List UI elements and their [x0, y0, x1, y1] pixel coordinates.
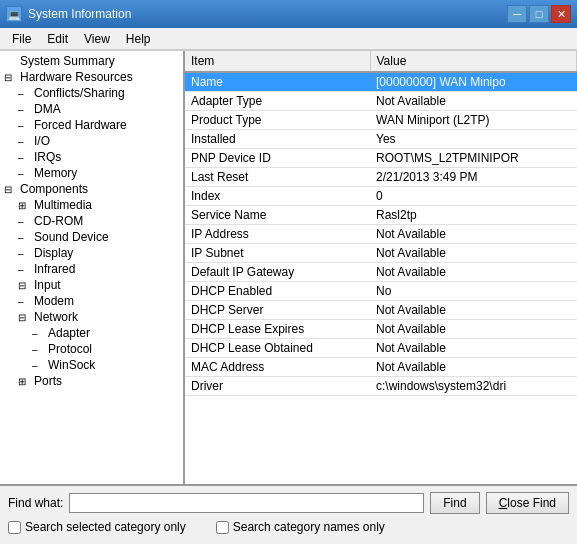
- find-row1: Find what: Find Close Find: [8, 492, 569, 514]
- cell-value: Not Available: [370, 92, 577, 111]
- tree-item-dma[interactable]: –DMA: [0, 101, 183, 117]
- cell-item: Index: [185, 187, 370, 206]
- tree-item-memory[interactable]: –Memory: [0, 165, 183, 181]
- tree-icon-adapter: –: [32, 328, 46, 339]
- tree-item-sound-device[interactable]: –Sound Device: [0, 229, 183, 245]
- tree-item-winsock[interactable]: –WinSock: [0, 357, 183, 373]
- tree-icon-irqs: –: [18, 152, 32, 163]
- table-row[interactable]: DHCP EnabledNo: [185, 282, 577, 301]
- search-selected-category-label[interactable]: Search selected category only: [8, 520, 186, 534]
- cell-item: IP Subnet: [185, 244, 370, 263]
- cell-item: Default IP Gateway: [185, 263, 370, 282]
- tree-label-input: Input: [34, 278, 61, 292]
- table-row[interactable]: IP AddressNot Available: [185, 225, 577, 244]
- tree-item-multimedia[interactable]: ⊞Multimedia: [0, 197, 183, 213]
- menu-help[interactable]: Help: [118, 30, 159, 48]
- table-panel[interactable]: Item Value Name[00000000] WAN MinipoAdap…: [185, 51, 577, 484]
- tree-label-memory: Memory: [34, 166, 77, 180]
- tree-label-infrared: Infrared: [34, 262, 75, 276]
- tree-icon-components: ⊟: [4, 184, 18, 195]
- table-row[interactable]: MAC AddressNot Available: [185, 358, 577, 377]
- cell-value: Not Available: [370, 263, 577, 282]
- table-row[interactable]: Name[00000000] WAN Minipo: [185, 72, 577, 92]
- menu-bar: File Edit View Help: [0, 28, 577, 50]
- tree-label-protocol: Protocol: [48, 342, 92, 356]
- menu-view[interactable]: View: [76, 30, 118, 48]
- cell-value: 2/21/2013 3:49 PM: [370, 168, 577, 187]
- tree-item-display[interactable]: –Display: [0, 245, 183, 261]
- table-row[interactable]: Last Reset2/21/2013 3:49 PM: [185, 168, 577, 187]
- column-value: Value: [370, 51, 577, 72]
- tree-item-system-summary[interactable]: System Summary: [0, 53, 183, 69]
- title-bar: 💻 System Information ─ □ ✕: [0, 0, 577, 28]
- cell-item: Adapter Type: [185, 92, 370, 111]
- tree-icon-sound-device: –: [18, 232, 32, 243]
- cell-item: DHCP Lease Expires: [185, 320, 370, 339]
- tree-label-system-summary: System Summary: [20, 54, 115, 68]
- table-row[interactable]: DHCP ServerNot Available: [185, 301, 577, 320]
- find-input[interactable]: [69, 493, 424, 513]
- tree-label-dma: DMA: [34, 102, 61, 116]
- table-row[interactable]: Default IP GatewayNot Available: [185, 263, 577, 282]
- tree-item-forced-hardware[interactable]: –Forced Hardware: [0, 117, 183, 133]
- cell-value: Not Available: [370, 320, 577, 339]
- column-item: Item: [185, 51, 370, 72]
- table-row[interactable]: InstalledYes: [185, 130, 577, 149]
- menu-file[interactable]: File: [4, 30, 39, 48]
- table-row[interactable]: PNP Device IDROOT\MS_L2TPMINIPOR: [185, 149, 577, 168]
- tree-item-irqs[interactable]: –IRQs: [0, 149, 183, 165]
- table-row[interactable]: DHCP Lease ExpiresNot Available: [185, 320, 577, 339]
- tree-label-hardware-resources: Hardware Resources: [20, 70, 133, 84]
- data-table: Item Value Name[00000000] WAN MinipoAdap…: [185, 51, 577, 396]
- search-selected-category-checkbox[interactable]: [8, 521, 21, 534]
- cell-item: Last Reset: [185, 168, 370, 187]
- cell-value: Not Available: [370, 244, 577, 263]
- table-row[interactable]: Index0: [185, 187, 577, 206]
- title-bar-text: System Information: [28, 7, 131, 21]
- tree-icon-input: ⊟: [18, 280, 32, 291]
- cell-value: ROOT\MS_L2TPMINIPOR: [370, 149, 577, 168]
- find-button[interactable]: Find: [430, 492, 479, 514]
- search-category-names-label[interactable]: Search category names only: [216, 520, 385, 534]
- cell-item: Name: [185, 72, 370, 92]
- search-category-names-checkbox[interactable]: [216, 521, 229, 534]
- tree-item-hardware-resources[interactable]: ⊟Hardware Resources: [0, 69, 183, 85]
- table-row[interactable]: IP SubnetNot Available: [185, 244, 577, 263]
- search-category-names-text: Search category names only: [233, 520, 385, 534]
- table-row[interactable]: Adapter TypeNot Available: [185, 92, 577, 111]
- table-row[interactable]: Product TypeWAN Miniport (L2TP): [185, 111, 577, 130]
- tree-item-cd-rom[interactable]: –CD-ROM: [0, 213, 183, 229]
- tree-item-modem[interactable]: –Modem: [0, 293, 183, 309]
- tree-item-input[interactable]: ⊟Input: [0, 277, 183, 293]
- tree-label-io: I/O: [34, 134, 50, 148]
- tree-item-ports[interactable]: ⊞Ports: [0, 373, 183, 389]
- table-body: Name[00000000] WAN MinipoAdapter TypeNot…: [185, 72, 577, 396]
- tree-icon-modem: –: [18, 296, 32, 307]
- tree-item-components[interactable]: ⊟Components: [0, 181, 183, 197]
- tree-panel[interactable]: System Summary⊟Hardware Resources–Confli…: [0, 51, 185, 484]
- tree-label-adapter: Adapter: [48, 326, 90, 340]
- tree-icon-display: –: [18, 248, 32, 259]
- cell-item: DHCP Lease Obtained: [185, 339, 370, 358]
- maximize-button[interactable]: □: [529, 5, 549, 23]
- tree-item-adapter[interactable]: –Adapter: [0, 325, 183, 341]
- cell-value: Not Available: [370, 358, 577, 377]
- cell-value: 0: [370, 187, 577, 206]
- menu-edit[interactable]: Edit: [39, 30, 76, 48]
- tree-label-forced-hardware: Forced Hardware: [34, 118, 127, 132]
- tree-item-protocol[interactable]: –Protocol: [0, 341, 183, 357]
- cell-value: No: [370, 282, 577, 301]
- tree-icon-conflicts-sharing: –: [18, 88, 32, 99]
- tree-item-conflicts-sharing[interactable]: –Conflicts/Sharing: [0, 85, 183, 101]
- table-row[interactable]: DHCP Lease ObtainedNot Available: [185, 339, 577, 358]
- tree-item-infrared[interactable]: –Infrared: [0, 261, 183, 277]
- tree-label-irqs: IRQs: [34, 150, 61, 164]
- close-button[interactable]: ✕: [551, 5, 571, 23]
- tree-label-ports: Ports: [34, 374, 62, 388]
- minimize-button[interactable]: ─: [507, 5, 527, 23]
- table-row[interactable]: Driverc:\windows\system32\dri: [185, 377, 577, 396]
- tree-item-network[interactable]: ⊟Network: [0, 309, 183, 325]
- table-row[interactable]: Service NameRasl2tp: [185, 206, 577, 225]
- tree-item-io[interactable]: –I/O: [0, 133, 183, 149]
- close-find-button[interactable]: Close Find: [486, 492, 569, 514]
